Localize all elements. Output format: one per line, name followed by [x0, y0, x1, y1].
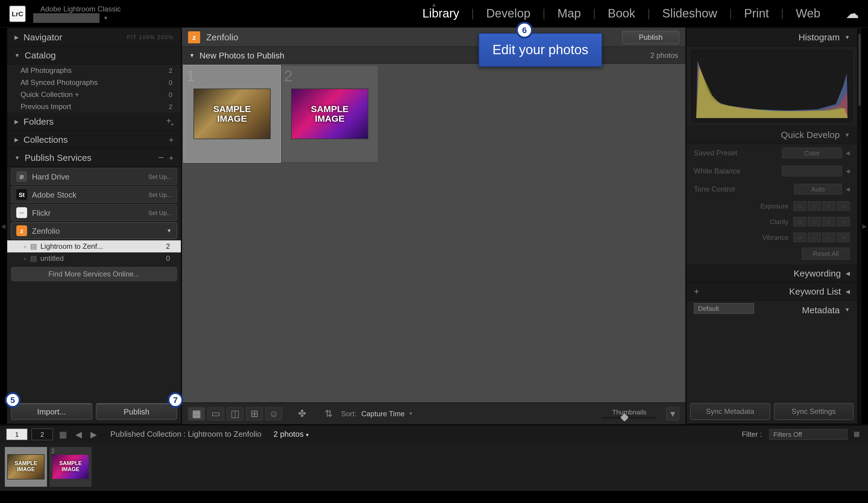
decrease-button[interactable]: ‹ — [808, 217, 821, 227]
filter-lock-icon[interactable]: ▦ — [851, 430, 862, 438]
increase-button[interactable]: › — [822, 201, 836, 211]
reset-all-button[interactable]: Reset All — [802, 248, 850, 260]
module-map[interactable]: Map — [557, 7, 581, 20]
catalog-row[interactable]: Quick Collection +0 — [7, 88, 181, 101]
publish-services-header[interactable]: ▼ Publish Services − + — [7, 149, 181, 167]
module-print[interactable]: Print — [744, 7, 769, 20]
chevron-down-icon[interactable]: ▼ — [166, 228, 172, 234]
histogram-header[interactable]: Histogram ▼ — [686, 28, 857, 46]
decrease-button[interactable]: ‹ — [808, 232, 821, 242]
photo-grid[interactable]: 1SAMPLEIMAGE2SAMPLEIMAGE — [182, 64, 685, 402]
catalog-row[interactable]: Previous Import2 — [7, 101, 181, 113]
saved-preset-select[interactable]: Color — [782, 148, 842, 158]
keyword-list-header[interactable]: + Keyword List ◀ — [686, 283, 857, 301]
setup-link[interactable]: Set Up... — [148, 191, 172, 198]
setup-link[interactable]: Set Up... — [148, 209, 172, 216]
expand-arrow-icon[interactable]: ◀ — [846, 168, 850, 174]
increase-button[interactable]: › — [822, 217, 836, 227]
decrease-button[interactable]: ‹ — [808, 201, 821, 211]
module-web[interactable]: Web — [796, 7, 820, 20]
grid-icon[interactable]: ▦ — [56, 429, 69, 439]
navigator-header[interactable]: ▶ Navigator FIT 100% 200% — [7, 28, 181, 46]
quick-develop-header[interactable]: Quick Develop ▼ — [686, 126, 857, 144]
sort-value[interactable]: Capture Time — [361, 409, 405, 418]
published-collection-row[interactable]: ▹▤Lightroom to Zenf...2 — [7, 240, 181, 252]
white-balance-select[interactable] — [782, 166, 842, 177]
decrease-large-button[interactable]: ‹‹ — [793, 201, 807, 211]
fl-icon: •• — [16, 207, 27, 218]
forward-arrow-icon[interactable]: ▶ — [88, 429, 100, 439]
sync-metadata-button[interactable]: Sync Metadata — [690, 403, 770, 420]
add-collection-icon[interactable]: + — [169, 135, 174, 144]
filmstrip[interactable]: 1SAMPLEIMAGE2SAMPLEIMAGE — [0, 443, 868, 491]
folders-header[interactable]: ▶ Folders +▾ — [7, 113, 181, 131]
setup-link[interactable]: Set Up... — [148, 173, 172, 180]
survey-view-icon[interactable]: ⊞ — [246, 407, 263, 420]
photo-cell[interactable]: 1SAMPLEIMAGE — [183, 65, 281, 163]
identity-plate[interactable] — [33, 13, 100, 23]
compare-view-icon[interactable]: ◫ — [227, 407, 244, 420]
right-scrollbar[interactable] — [858, 28, 861, 424]
collections-header[interactable]: ▶ Collections + — [7, 131, 181, 149]
loupe-view-icon[interactable]: ▭ — [207, 407, 224, 420]
top-panel-toggle-icon[interactable]: ▲ — [431, 1, 437, 8]
metadata-header[interactable]: Metadata ▼ — [754, 301, 857, 319]
increase-large-button[interactable]: ›› — [837, 217, 850, 227]
expand-arrow-icon[interactable]: ◀ — [846, 186, 850, 192]
filmstrip-cell[interactable]: 1SAMPLEIMAGE — [5, 447, 47, 487]
auto-tone-button[interactable]: Auto — [794, 184, 842, 195]
catalog-header[interactable]: ▼ Catalog — [7, 46, 181, 64]
publish-service-st[interactable]: StAdobe StockSet Up... — [11, 186, 177, 203]
sort-direction-icon[interactable]: ⇅ — [322, 407, 335, 420]
increase-large-button[interactable]: ›› — [837, 232, 850, 242]
sync-settings-button[interactable]: Sync Settings — [774, 403, 854, 420]
increase-large-button[interactable]: ›› — [837, 201, 850, 211]
add-folder-icon[interactable]: +▾ — [166, 116, 174, 127]
publish-button[interactable]: Publish — [96, 403, 177, 420]
section-header[interactable]: ▼ New Photos to Publish 2 photos — [182, 47, 685, 64]
toolbar-menu-icon[interactable]: ▾ — [666, 407, 679, 420]
sort-dropdown-icon[interactable]: ▾ — [410, 411, 412, 416]
spray-tool-icon[interactable]: ✤ — [296, 407, 309, 420]
identity-dropdown-icon[interactable]: ▼ — [103, 15, 108, 21]
publish-service-fl[interactable]: ••FlickrSet Up... — [11, 204, 177, 221]
collection-path[interactable]: Published Collection : Lightroom to Zenf… — [110, 430, 262, 439]
catalog-row[interactable]: All Photographs2 — [7, 64, 181, 76]
remove-service-icon[interactable]: − — [158, 152, 164, 163]
photo-count[interactable]: 2 photos ▾ — [273, 430, 309, 439]
collapse-icon: ▼ — [845, 132, 850, 138]
publish-service-zf[interactable]: zZenfolio▼ — [11, 222, 177, 239]
module-book[interactable]: Book — [608, 7, 635, 20]
app-header: LrC Adobe Lightroom Classic ▼ ▲ Library|… — [0, 0, 868, 27]
photo-cell[interactable]: 2SAMPLEIMAGE — [281, 65, 379, 163]
add-service-icon[interactable]: + — [169, 153, 174, 163]
grid-view-icon[interactable]: ▦ — [188, 407, 205, 420]
folders-title: Folders — [23, 116, 54, 126]
decrease-large-button[interactable]: ‹‹ — [793, 217, 807, 227]
import-button[interactable]: Import... — [11, 403, 92, 420]
filter-select[interactable]: Filters Off — [769, 429, 847, 439]
right-edge-toggle[interactable]: ▶ — [861, 28, 868, 424]
header-publish-button[interactable]: Publish — [622, 30, 679, 44]
decrease-large-button[interactable]: ‹‹ — [793, 232, 807, 242]
module-develop[interactable]: Develop — [486, 7, 530, 20]
keywording-header[interactable]: Keywording ◀ — [686, 264, 857, 283]
metadata-preset-select[interactable]: Default — [694, 303, 754, 314]
left-edge-toggle[interactable]: ◀ — [0, 28, 7, 424]
people-view-icon[interactable]: ☺ — [265, 407, 282, 420]
second-window-button[interactable]: 2 — [31, 428, 53, 440]
catalog-row[interactable]: All Synced Photographs0 — [7, 76, 181, 88]
cloud-sync-icon[interactable]: ☁ — [846, 6, 859, 21]
expand-arrow-icon[interactable]: ◀ — [846, 150, 850, 156]
publish-service-hd[interactable]: ⎚Hard DriveSet Up... — [11, 168, 177, 185]
published-collection-row[interactable]: ▹▤untitled0 — [7, 252, 181, 264]
increase-button[interactable]: › — [822, 232, 836, 242]
thumbnail-size-slider[interactable] — [602, 417, 657, 419]
back-arrow-icon[interactable]: ◀ — [73, 429, 84, 439]
filmstrip-cell[interactable]: 2SAMPLEIMAGE — [50, 447, 92, 487]
main-window-button[interactable]: 1 — [6, 428, 28, 440]
module-library[interactable]: Library — [423, 7, 459, 20]
navigator-zoom[interactable]: FIT 100% 200% — [127, 34, 174, 40]
find-more-services-button[interactable]: Find More Services Online... — [11, 267, 177, 281]
module-slideshow[interactable]: Slideshow — [662, 7, 717, 20]
